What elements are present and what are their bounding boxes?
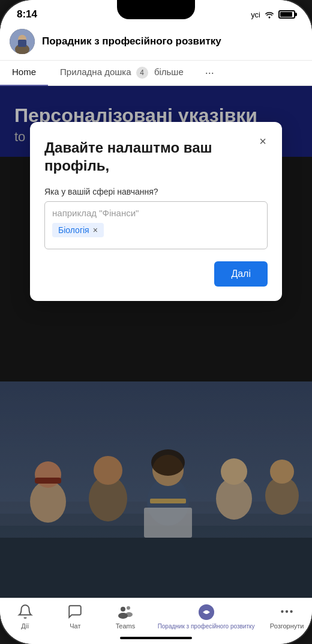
carrier-label: усі xyxy=(251,10,260,19)
modal-title: Давайте налаштмо ваш профіль, xyxy=(44,139,268,175)
battery-fill xyxy=(280,12,292,17)
nav-label-app: Порадник з професійного розвитку xyxy=(158,623,255,630)
main-content: Персоналізовані указівки to navigate you… xyxy=(0,86,312,598)
notch xyxy=(117,0,195,19)
more-tabs-button[interactable]: ··· xyxy=(196,61,224,85)
nav-label-chat: Чат xyxy=(70,622,80,630)
nav-item-chat[interactable]: Чат xyxy=(57,603,93,630)
svg-rect-3 xyxy=(18,40,26,47)
svg-point-23 xyxy=(121,607,125,612)
header-title: Порадник з професійного розвитку xyxy=(42,35,302,47)
nav-item-actions[interactable]: Дії xyxy=(7,603,43,630)
svg-point-24 xyxy=(127,606,130,610)
tab-home[interactable]: Home xyxy=(0,61,48,85)
field-label: Яка у вашій сфері навчання? xyxy=(44,187,268,196)
modal-close-button[interactable]: × xyxy=(253,132,272,151)
teams-icon xyxy=(117,603,134,620)
nav-label-more: Розгорнути xyxy=(270,622,304,630)
avatar[interactable] xyxy=(10,29,35,54)
chat-icon xyxy=(67,603,83,620)
tab-dashboard[interactable]: Приладна дошка 4 більше xyxy=(48,61,196,85)
phone-screen: 8:14 усі xyxy=(0,0,312,644)
app-icon xyxy=(198,604,215,621)
svg-point-29 xyxy=(281,610,283,613)
biology-tag: Біологія × xyxy=(52,223,104,237)
tag-remove-button[interactable]: × xyxy=(93,226,98,234)
home-indicator xyxy=(120,637,192,639)
svg-point-28 xyxy=(205,610,208,614)
nav-tabs: Home Приладна дошка 4 більше ··· xyxy=(0,61,312,86)
nav-item-app[interactable]: Порадник з професійного розвитку xyxy=(158,604,255,630)
more-icon xyxy=(278,603,295,620)
bell-icon xyxy=(17,603,34,620)
svg-point-26 xyxy=(125,612,133,617)
nav-label-teams: Teams xyxy=(116,622,135,630)
app-header: Порадник з професійного розвитку xyxy=(0,24,312,61)
svg-point-31 xyxy=(290,610,293,613)
modal-overlay: × Давайте налаштмо ваш профіль, Яка у ва… xyxy=(0,86,312,598)
nav-item-teams[interactable]: Teams xyxy=(107,603,143,630)
nav-item-more[interactable]: Розгорнути xyxy=(269,603,305,630)
svg-point-30 xyxy=(286,610,288,613)
status-time: 8:14 xyxy=(17,8,37,20)
next-button[interactable]: Далі xyxy=(214,261,268,287)
nav-label-actions: Дії xyxy=(21,622,29,630)
phone-frame: 8:14 усі xyxy=(0,0,312,644)
input-placeholder: наприклад "Фінанси" xyxy=(52,208,260,218)
tag-label: Біологія xyxy=(58,225,89,235)
modal-card: × Давайте налаштмо ваш профіль, Яка у ва… xyxy=(30,122,282,301)
modal-actions: Далі xyxy=(44,261,268,287)
wifi-icon xyxy=(264,10,275,19)
tab-badge: 4 xyxy=(136,67,148,79)
battery-icon xyxy=(278,10,295,19)
learning-field-input[interactable]: наприклад "Фінанси" Біологія × xyxy=(44,201,268,249)
status-icons: усі xyxy=(251,10,295,19)
